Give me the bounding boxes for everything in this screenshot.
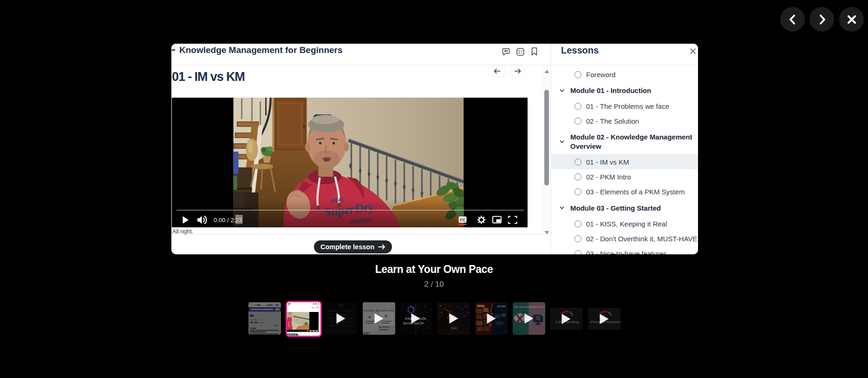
- svg-text:CC: CC: [460, 218, 465, 222]
- svg-text:0:00 / 2:23: 0:00 / 2:23: [214, 217, 242, 224]
